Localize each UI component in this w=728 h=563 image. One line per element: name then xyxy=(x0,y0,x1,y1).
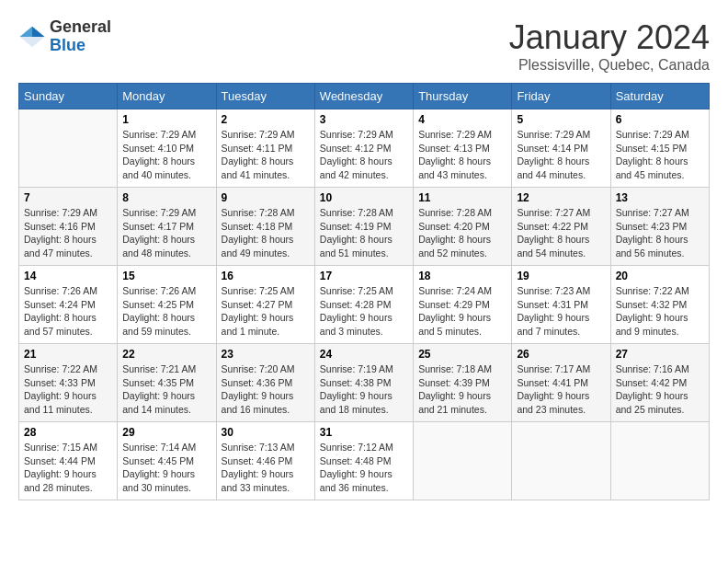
calendar-cell: 2Sunrise: 7:29 AM Sunset: 4:11 PM Daylig… xyxy=(216,109,314,188)
page-header: General Blue January 2024 Plessisville, … xyxy=(18,18,710,74)
day-info: Sunrise: 7:18 AM Sunset: 4:39 PM Dayligh… xyxy=(418,362,506,417)
calendar-cell: 27Sunrise: 7:16 AM Sunset: 4:42 PM Dayli… xyxy=(610,344,709,422)
calendar-cell: 5Sunrise: 7:29 AM Sunset: 4:14 PM Daylig… xyxy=(512,109,610,188)
day-number: 26 xyxy=(517,348,605,361)
day-info: Sunrise: 7:25 AM Sunset: 4:28 PM Dayligh… xyxy=(320,284,408,339)
day-info: Sunrise: 7:29 AM Sunset: 4:11 PM Dayligh… xyxy=(222,128,310,182)
day-info: Sunrise: 7:14 AM Sunset: 4:45 PM Dayligh… xyxy=(122,441,210,495)
day-number: 5 xyxy=(517,113,605,126)
day-number: 27 xyxy=(616,348,704,361)
calendar-cell: 23Sunrise: 7:20 AM Sunset: 4:36 PM Dayli… xyxy=(216,344,314,422)
calendar-cell: 15Sunrise: 7:26 AM Sunset: 4:25 PM Dayli… xyxy=(118,266,216,344)
calendar-cell: 6Sunrise: 7:29 AM Sunset: 4:15 PM Daylig… xyxy=(610,109,709,188)
day-number: 23 xyxy=(222,348,310,361)
calendar-cell: 18Sunrise: 7:24 AM Sunset: 4:29 PM Dayli… xyxy=(414,266,512,344)
day-number: 20 xyxy=(616,270,704,282)
calendar-week-5: 28Sunrise: 7:15 AM Sunset: 4:44 PM Dayli… xyxy=(19,422,710,500)
calendar-cell: 28Sunrise: 7:15 AM Sunset: 4:44 PM Dayli… xyxy=(19,422,118,500)
day-number: 6 xyxy=(616,113,704,126)
day-info: Sunrise: 7:27 AM Sunset: 4:22 PM Dayligh… xyxy=(517,206,605,260)
location-text: Plessisville, Quebec, Canada xyxy=(509,57,710,74)
month-year-title: January 2024 xyxy=(509,18,710,57)
calendar-cell: 4Sunrise: 7:29 AM Sunset: 4:13 PM Daylig… xyxy=(414,109,512,188)
day-info: Sunrise: 7:26 AM Sunset: 4:25 PM Dayligh… xyxy=(122,284,210,339)
calendar-cell xyxy=(19,109,118,188)
day-number: 15 xyxy=(122,270,210,282)
day-info: Sunrise: 7:15 AM Sunset: 4:44 PM Dayligh… xyxy=(24,441,112,495)
calendar-body: 1Sunrise: 7:29 AM Sunset: 4:10 PM Daylig… xyxy=(19,109,710,500)
logo-general: General xyxy=(50,18,111,37)
weekday-header-friday: Friday xyxy=(512,84,610,109)
day-info: Sunrise: 7:22 AM Sunset: 4:33 PM Dayligh… xyxy=(24,362,112,417)
calendar-cell xyxy=(610,422,709,500)
day-info: Sunrise: 7:28 AM Sunset: 4:18 PM Dayligh… xyxy=(222,206,310,260)
day-number: 2 xyxy=(222,113,310,126)
day-info: Sunrise: 7:28 AM Sunset: 4:19 PM Dayligh… xyxy=(320,206,408,260)
logo-icon xyxy=(18,23,46,51)
calendar-week-2: 7Sunrise: 7:29 AM Sunset: 4:16 PM Daylig… xyxy=(19,188,710,266)
day-number: 10 xyxy=(320,191,408,204)
day-number: 9 xyxy=(222,191,310,204)
day-info: Sunrise: 7:23 AM Sunset: 4:31 PM Dayligh… xyxy=(517,284,605,339)
day-number: 16 xyxy=(222,270,310,282)
day-info: Sunrise: 7:22 AM Sunset: 4:32 PM Dayligh… xyxy=(616,284,704,339)
day-info: Sunrise: 7:26 AM Sunset: 4:24 PM Dayligh… xyxy=(24,284,112,339)
calendar-cell: 31Sunrise: 7:12 AM Sunset: 4:48 PM Dayli… xyxy=(314,422,413,500)
logo-text: General Blue xyxy=(50,18,111,55)
calendar-cell: 24Sunrise: 7:19 AM Sunset: 4:38 PM Dayli… xyxy=(314,344,413,422)
calendar-cell: 26Sunrise: 7:17 AM Sunset: 4:41 PM Dayli… xyxy=(512,344,610,422)
calendar-cell: 17Sunrise: 7:25 AM Sunset: 4:28 PM Dayli… xyxy=(314,266,413,344)
weekday-header-thursday: Thursday xyxy=(414,84,512,109)
day-number: 7 xyxy=(24,191,112,204)
calendar-cell: 29Sunrise: 7:14 AM Sunset: 4:45 PM Dayli… xyxy=(118,422,216,500)
day-number: 19 xyxy=(517,270,605,282)
day-info: Sunrise: 7:17 AM Sunset: 4:41 PM Dayligh… xyxy=(517,362,605,417)
calendar-cell: 3Sunrise: 7:29 AM Sunset: 4:12 PM Daylig… xyxy=(314,109,413,188)
calendar-cell: 21Sunrise: 7:22 AM Sunset: 4:33 PM Dayli… xyxy=(19,344,118,422)
weekday-header-monday: Monday xyxy=(118,84,216,109)
calendar-cell: 30Sunrise: 7:13 AM Sunset: 4:46 PM Dayli… xyxy=(216,422,314,500)
day-info: Sunrise: 7:29 AM Sunset: 4:10 PM Dayligh… xyxy=(122,128,210,182)
day-info: Sunrise: 7:20 AM Sunset: 4:36 PM Dayligh… xyxy=(222,362,310,417)
day-info: Sunrise: 7:29 AM Sunset: 4:12 PM Dayligh… xyxy=(320,128,408,182)
calendar-cell: 16Sunrise: 7:25 AM Sunset: 4:27 PM Dayli… xyxy=(216,266,314,344)
calendar-cell xyxy=(414,422,512,500)
day-info: Sunrise: 7:19 AM Sunset: 4:38 PM Dayligh… xyxy=(320,362,408,417)
calendar-cell: 13Sunrise: 7:27 AM Sunset: 4:23 PM Dayli… xyxy=(610,188,709,266)
calendar-cell: 19Sunrise: 7:23 AM Sunset: 4:31 PM Dayli… xyxy=(512,266,610,344)
calendar-cell: 22Sunrise: 7:21 AM Sunset: 4:35 PM Dayli… xyxy=(118,344,216,422)
calendar-cell: 14Sunrise: 7:26 AM Sunset: 4:24 PM Dayli… xyxy=(19,266,118,344)
day-number: 3 xyxy=(320,113,408,126)
day-info: Sunrise: 7:12 AM Sunset: 4:48 PM Dayligh… xyxy=(320,441,408,495)
day-number: 4 xyxy=(418,113,506,126)
calendar-cell: 25Sunrise: 7:18 AM Sunset: 4:39 PM Dayli… xyxy=(414,344,512,422)
day-number: 22 xyxy=(122,348,210,361)
svg-marker-1 xyxy=(32,27,45,37)
day-number: 13 xyxy=(616,191,704,204)
calendar-cell: 12Sunrise: 7:27 AM Sunset: 4:22 PM Dayli… xyxy=(512,188,610,266)
day-info: Sunrise: 7:29 AM Sunset: 4:16 PM Dayligh… xyxy=(24,206,112,260)
weekday-header-tuesday: Tuesday xyxy=(216,84,314,109)
day-number: 28 xyxy=(24,426,112,439)
calendar-week-1: 1Sunrise: 7:29 AM Sunset: 4:10 PM Daylig… xyxy=(19,109,710,188)
day-info: Sunrise: 7:28 AM Sunset: 4:20 PM Dayligh… xyxy=(418,206,506,260)
calendar-week-4: 21Sunrise: 7:22 AM Sunset: 4:33 PM Dayli… xyxy=(19,344,710,422)
day-number: 31 xyxy=(320,426,408,439)
day-number: 21 xyxy=(24,348,112,361)
day-number: 11 xyxy=(418,191,506,204)
day-number: 18 xyxy=(418,270,506,282)
day-info: Sunrise: 7:29 AM Sunset: 4:14 PM Dayligh… xyxy=(517,128,605,182)
calendar-cell: 11Sunrise: 7:28 AM Sunset: 4:20 PM Dayli… xyxy=(414,188,512,266)
day-number: 25 xyxy=(418,348,506,361)
day-info: Sunrise: 7:29 AM Sunset: 4:15 PM Dayligh… xyxy=(616,128,704,182)
day-info: Sunrise: 7:25 AM Sunset: 4:27 PM Dayligh… xyxy=(222,284,310,339)
calendar-cell: 9Sunrise: 7:28 AM Sunset: 4:18 PM Daylig… xyxy=(216,188,314,266)
day-info: Sunrise: 7:24 AM Sunset: 4:29 PM Dayligh… xyxy=(418,284,506,339)
calendar-cell: 10Sunrise: 7:28 AM Sunset: 4:19 PM Dayli… xyxy=(314,188,413,266)
title-block: January 2024 Plessisville, Quebec, Canad… xyxy=(509,18,710,74)
calendar-cell xyxy=(512,422,610,500)
logo-blue: Blue xyxy=(50,37,111,55)
day-info: Sunrise: 7:29 AM Sunset: 4:13 PM Dayligh… xyxy=(418,128,506,182)
weekday-header-saturday: Saturday xyxy=(610,84,709,109)
day-info: Sunrise: 7:29 AM Sunset: 4:17 PM Dayligh… xyxy=(122,206,210,260)
